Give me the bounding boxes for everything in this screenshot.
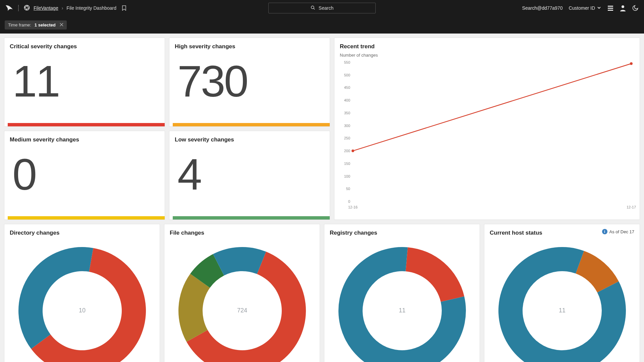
svg-text:500: 500 [344, 73, 350, 77]
svg-text:300: 300 [344, 124, 350, 128]
vertical-divider [18, 5, 19, 11]
card-title: High severity changes [169, 38, 330, 53]
svg-text:350: 350 [344, 111, 350, 115]
trend-line-chart[interactable]: 05010015020025030035040045050055012-1612… [334, 59, 640, 213]
moon-icon[interactable] [632, 5, 639, 11]
chevron-right-icon: › [62, 5, 63, 11]
svg-text:11: 11 [558, 307, 565, 314]
svg-text:250: 250 [344, 136, 350, 140]
svg-point-0 [24, 5, 30, 10]
card-title: File changes [164, 224, 320, 239]
topbar-right: Search@dd77a970 Customer ID [522, 5, 639, 11]
customer-id-dropdown[interactable]: Customer ID [569, 5, 601, 11]
user-email[interactable]: Search@dd77a970 [522, 5, 563, 11]
svg-point-24 [630, 62, 633, 65]
svg-rect-4 [608, 8, 613, 9]
svg-rect-3 [608, 6, 613, 7]
breadcrumb-page: File Integrity Dashboard [66, 5, 116, 11]
filter-label: Time frame: [8, 22, 31, 27]
current-host-status-card[interactable]: Current host status i As of Dec 17 11 [484, 224, 640, 362]
svg-text:100: 100 [344, 174, 350, 178]
directory-changes-card[interactable]: Directory changes 10 [4, 224, 160, 362]
directory-changes-donut[interactable]: 10 [15, 244, 149, 362]
as-of-label: i As of Dec 17 [602, 229, 634, 234]
critical-severity-value: 11 [4, 53, 165, 104]
card-title: Recent trend [334, 38, 640, 53]
svg-text:150: 150 [344, 162, 350, 166]
donut-row: Directory changes 10 File changes 724 Re… [4, 224, 640, 362]
global-search[interactable]: Search [268, 3, 376, 13]
svg-text:12-17: 12-17 [627, 205, 636, 209]
close-icon[interactable] [60, 22, 63, 27]
high-severity-value: 730 [169, 53, 330, 104]
critical-severity-card[interactable]: Critical severity changes 11 [4, 38, 165, 127]
card-title: Critical severity changes [4, 38, 165, 53]
bookmark-icon[interactable] [122, 5, 126, 11]
recent-trend-card: Recent trend Number of changes 050100150… [334, 38, 640, 220]
svg-text:450: 450 [344, 85, 350, 89]
medium-severity-card[interactable]: Medium severity changes 0 [4, 131, 165, 220]
info-icon[interactable]: i [602, 229, 607, 234]
high-severity-card[interactable]: High severity changes 730 [169, 38, 330, 127]
svg-rect-5 [608, 10, 613, 11]
svg-text:400: 400 [344, 98, 350, 102]
breadcrumb-root[interactable]: FileVantage [34, 5, 58, 11]
filter-bar: Time frame: 1 selected [0, 16, 644, 34]
svg-point-6 [622, 5, 624, 8]
card-title: Directory changes [4, 224, 160, 239]
file-changes-donut[interactable]: 724 [175, 244, 309, 362]
svg-point-1 [311, 6, 314, 8]
severity-stripe [173, 216, 330, 220]
card-title: Low severity changes [169, 131, 330, 146]
top-bar: FileVantage › File Integrity Dashboard S… [0, 0, 644, 16]
user-icon[interactable] [620, 5, 626, 11]
filter-value: 1 selected [35, 22, 56, 27]
svg-line-2 [314, 8, 315, 9]
list-icon[interactable] [607, 5, 614, 11]
card-title: Medium severity changes [4, 131, 165, 146]
svg-text:0: 0 [348, 199, 350, 203]
falcon-logo-icon[interactable] [5, 5, 13, 11]
severity-stripe [173, 123, 330, 126]
chevron-down-icon [597, 5, 601, 11]
registry-changes-card[interactable]: Registry changes 11 [324, 224, 480, 362]
search-placeholder: Search [319, 5, 333, 11]
severity-stripe [8, 123, 165, 126]
card-title: Current host status [484, 224, 548, 239]
svg-text:12-16: 12-16 [348, 205, 358, 209]
card-title: Registry changes [324, 224, 480, 239]
time-frame-filter-chip[interactable]: Time frame: 1 selected [5, 20, 67, 29]
svg-text:550: 550 [344, 60, 350, 64]
svg-text:11: 11 [398, 307, 405, 314]
aperture-icon[interactable] [23, 4, 30, 12]
medium-severity-value: 0 [4, 146, 165, 197]
host-status-donut[interactable]: 11 [495, 244, 629, 362]
low-severity-card[interactable]: Low severity changes 4 [169, 131, 330, 220]
severity-stripe [8, 216, 165, 220]
file-changes-card[interactable]: File changes 724 [164, 224, 320, 362]
svg-text:50: 50 [346, 187, 350, 191]
search-icon [311, 5, 315, 11]
svg-text:724: 724 [237, 307, 247, 314]
card-subtitle: Number of changes [334, 53, 640, 59]
dashboard-grid: Critical severity changes 11 High severi… [0, 34, 644, 362]
low-severity-value: 4 [169, 146, 330, 197]
svg-text:10: 10 [78, 307, 85, 314]
svg-point-23 [352, 149, 354, 152]
registry-changes-donut[interactable]: 11 [335, 244, 469, 362]
svg-text:200: 200 [344, 149, 350, 153]
breadcrumb: FileVantage › File Integrity Dashboard [34, 5, 126, 11]
